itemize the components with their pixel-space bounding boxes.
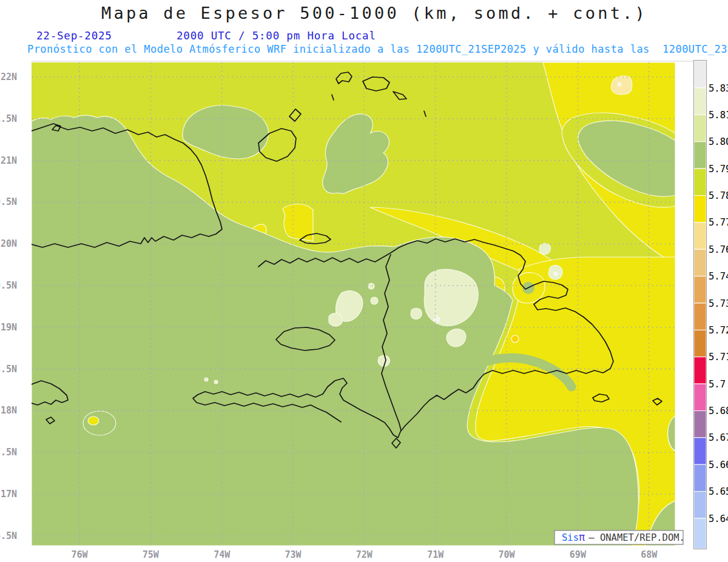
colorbar-label-5.688: 5.688 bbox=[709, 406, 728, 416]
paleyellow-blob-center-dot bbox=[618, 82, 621, 86]
colorbar-segment-8 bbox=[694, 276, 706, 303]
green-donut-hole bbox=[83, 411, 116, 435]
onamet-credit: – ONAMET/REP.DOM. bbox=[588, 532, 685, 543]
palegreen-small-2 bbox=[411, 308, 422, 319]
x-axis-label-72W: 72W bbox=[356, 549, 373, 560]
colorbar-segment-17 bbox=[694, 518, 706, 549]
y-axis-label-22N: 22N bbox=[1, 72, 17, 82]
sis-label: Sis bbox=[562, 532, 579, 543]
valid-time: 2000 UTC / 5:00 pm Hora Local bbox=[177, 30, 376, 42]
colorbar-segment-12 bbox=[694, 384, 706, 410]
y-axis-label-8.5N: 8.5N bbox=[0, 364, 17, 375]
colorbar-label-5.64: 5.64 bbox=[709, 513, 728, 524]
colorbar-segment-6 bbox=[694, 222, 706, 249]
y-axis-label-0.5N: 0.5N bbox=[0, 196, 17, 207]
weather-map-page: Mapa de Espesor 500-1000 (km, somd. + co… bbox=[0, 0, 728, 562]
y-axis-label-7.5N: 7.5N bbox=[0, 447, 17, 458]
paleyellow-blob-ne bbox=[612, 76, 632, 95]
colorbar-segment-9 bbox=[694, 303, 706, 330]
colorbar-label-5.652: 5.652 bbox=[709, 486, 728, 497]
colorbar-label-5.831: 5.831 bbox=[709, 83, 728, 94]
colorbar-label-5.783: 5.783 bbox=[709, 190, 728, 201]
header: Mapa de Espesor 500-1000 (km, somd. + co… bbox=[27, 4, 728, 55]
credit-box: Sisπ– ONAMET/REP.DOM. bbox=[554, 530, 685, 544]
palegreen-small-3 bbox=[368, 283, 374, 289]
colorbar-segment-5 bbox=[694, 196, 706, 222]
colorbar-segment-2 bbox=[694, 115, 706, 141]
colorbar-label-5.76: 5.76 bbox=[709, 244, 728, 255]
pi-symbol: π bbox=[579, 531, 585, 543]
y-axis-label-20N: 20N bbox=[1, 238, 17, 249]
colorbar-segment-15 bbox=[694, 464, 706, 491]
white-spot-2 bbox=[554, 272, 558, 276]
x-axis-label-71W: 71W bbox=[427, 549, 444, 560]
colorbar-label-5.7: 5.7 bbox=[709, 379, 726, 390]
forecast-model-line: Pronóstico con el Modelo Atmósferico WRF… bbox=[27, 43, 728, 55]
colorbar-segment-11 bbox=[694, 357, 706, 384]
green-hole-south-2 bbox=[278, 469, 283, 474]
y-axis-label-18N: 18N bbox=[1, 405, 17, 416]
palegreen-tiny-1 bbox=[204, 378, 208, 381]
colorbar-segment-13 bbox=[694, 411, 706, 438]
x-axis-label-69W: 69W bbox=[570, 549, 587, 560]
valid-date: 22-Sep-2025 bbox=[36, 30, 112, 42]
y-axis-label-17N: 17N bbox=[1, 489, 17, 500]
green-hole-ring-west bbox=[484, 286, 494, 295]
palegreen-patch-south bbox=[447, 329, 466, 347]
x-axis-label-70W: 70W bbox=[498, 549, 515, 560]
colorbar-label-5.664: 5.664 bbox=[709, 460, 728, 470]
colorbar-label-5.712: 5.712 bbox=[709, 352, 728, 363]
gold-dot-east-dr bbox=[511, 335, 519, 343]
colorbar-segment-0 bbox=[694, 61, 706, 88]
colorbar-label-5.795: 5.795 bbox=[709, 164, 728, 175]
y-axis-label-9.5N: 9.5N bbox=[0, 280, 17, 291]
page-title: Mapa de Espesor 500-1000 (km, somd. + co… bbox=[101, 4, 647, 22]
palegreen-ne-dr-1 bbox=[539, 243, 550, 254]
colorbar-segment-1 bbox=[694, 88, 706, 115]
colorbar-segment-14 bbox=[694, 438, 706, 464]
colorbar-segment-7 bbox=[694, 249, 706, 276]
colorbar-segment-16 bbox=[694, 492, 706, 518]
x-axis-label-76W: 76W bbox=[71, 549, 88, 560]
colorbar-segment-10 bbox=[694, 330, 706, 356]
palegreen-small-4 bbox=[371, 297, 378, 304]
map-canvas bbox=[19, 62, 675, 548]
colorbar-label-5.807: 5.807 bbox=[709, 136, 728, 147]
colorbar-label-5.736: 5.736 bbox=[709, 298, 728, 309]
y-axis-label-6.5N: 6.5N bbox=[0, 530, 17, 541]
x-axis-label-73W: 73W bbox=[285, 549, 302, 560]
colorbar-label-5.676: 5.676 bbox=[709, 432, 728, 443]
colorbar-label-5.748: 5.748 bbox=[709, 271, 728, 282]
y-axis-label-19N: 19N bbox=[1, 322, 17, 333]
colorbar-segment-4 bbox=[694, 169, 706, 195]
colorbar-legend: 5.8315.8195.8075.7955.7835.7725.765.7485… bbox=[694, 61, 728, 549]
palegreen-tiny-2 bbox=[214, 380, 218, 384]
thickness-map-figure: Mapa de Espesor 500-1000 (km, somd. + co… bbox=[0, 0, 728, 562]
colorbar-label-5.819: 5.819 bbox=[709, 110, 728, 121]
colorbar-label-5.724: 5.724 bbox=[709, 325, 728, 336]
white-spot-1 bbox=[434, 316, 440, 323]
green-hole-south-1 bbox=[211, 482, 217, 488]
x-axis-label-68W: 68W bbox=[641, 549, 658, 560]
colorbar-label-5.772: 5.772 bbox=[709, 217, 728, 228]
palegreen-small-1 bbox=[329, 313, 343, 326]
y-axis-label-1.5N: 1.5N bbox=[0, 113, 17, 124]
yellow-donut-center bbox=[88, 416, 99, 425]
colorbar-segment-3 bbox=[694, 142, 706, 169]
x-axis-label-74W: 74W bbox=[214, 549, 231, 560]
y-axis-label-21N: 21N bbox=[1, 155, 17, 166]
x-axis-label-75W: 75W bbox=[143, 549, 160, 560]
credit-text: Sisπ– ONAMET/REP.DOM. bbox=[562, 531, 685, 543]
